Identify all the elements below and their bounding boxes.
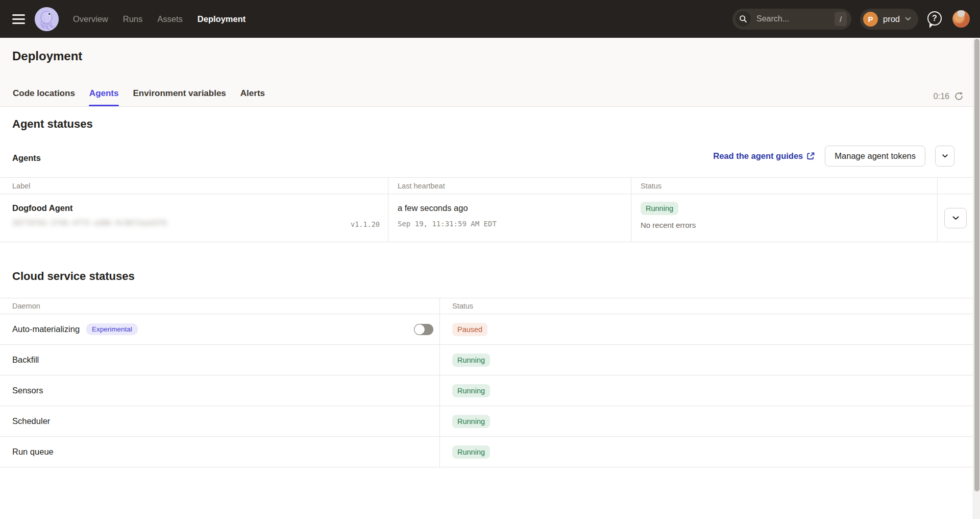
status-badge: Running bbox=[452, 445, 490, 459]
agent-statuses-heading: Agent statuses bbox=[12, 117, 93, 131]
column-header-label: Label bbox=[0, 178, 388, 194]
tab-bar: Code locations Agents Environment variab… bbox=[12, 88, 265, 106]
agent-tokens-menu-button[interactable] bbox=[935, 146, 954, 167]
agent-status-cell: Running No recent errors bbox=[631, 194, 937, 242]
nav-item-overview[interactable]: Overview bbox=[73, 14, 108, 24]
refresh-timer-area: 0:16 bbox=[934, 91, 964, 101]
daemon-cell: Backfill bbox=[0, 345, 439, 375]
agents-toolbar-actions: Read the agent guides Manage agent token… bbox=[713, 145, 954, 167]
tab-agents[interactable]: Agents bbox=[89, 88, 119, 106]
table-row: Dogfood Agent 36f787b5-2f4b-4f75-a38b-9c… bbox=[0, 194, 973, 242]
daemon-status-cell: Running bbox=[439, 437, 973, 467]
daemon-cell: Auto-materializing Experimental bbox=[0, 314, 439, 344]
daemon-cell: Run queue bbox=[0, 437, 439, 467]
table-row: Sensors Running bbox=[0, 375, 973, 406]
daemon-cell: Sensors bbox=[0, 375, 439, 406]
cloud-service-statuses-heading: Cloud service statuses bbox=[12, 270, 135, 283]
chevron-down-icon bbox=[905, 17, 911, 21]
heartbeat-relative-time: a few seconds ago bbox=[398, 203, 468, 213]
agents-table: Label Last heartbeat Status Dogfood Agen… bbox=[0, 177, 973, 242]
auto-materializing-toggle[interactable] bbox=[414, 324, 433, 335]
column-header-status: Status bbox=[631, 178, 937, 194]
agents-table-header: Label Last heartbeat Status bbox=[0, 177, 973, 194]
search-placeholder: Search... bbox=[756, 14, 835, 23]
scrollbar-thumb[interactable] bbox=[974, 39, 979, 491]
org-name: prod bbox=[883, 14, 900, 24]
status-badge: Running bbox=[452, 353, 490, 367]
search-icon bbox=[736, 11, 751, 27]
tab-alerts[interactable]: Alerts bbox=[240, 88, 265, 106]
deployment-switcher[interactable]: P prod bbox=[860, 9, 918, 30]
agent-row-expand-button[interactable] bbox=[944, 208, 967, 228]
daemon-cell: Scheduler bbox=[0, 406, 439, 436]
hamburger-menu-icon[interactable] bbox=[6, 7, 31, 31]
dagster-logo[interactable] bbox=[35, 7, 59, 31]
org-initial-badge: P bbox=[863, 12, 878, 27]
daemon-name: Backfill bbox=[12, 355, 39, 365]
status-note: No recent errors bbox=[641, 221, 696, 229]
daemon-name: Auto-materializing bbox=[12, 324, 80, 334]
experimental-badge: Experimental bbox=[86, 323, 138, 335]
topbar-right-cluster: Search... / P prod ? bbox=[732, 0, 970, 38]
status-badge: Running bbox=[452, 415, 490, 428]
scrollbar-track[interactable] bbox=[973, 38, 980, 519]
page-title: Deployment bbox=[12, 49, 82, 63]
agents-subheading: Agents bbox=[12, 153, 41, 163]
heartbeat-timestamp: Sep 19, 11:31:59 AM EDT bbox=[398, 220, 497, 228]
agent-guides-link[interactable]: Read the agent guides bbox=[713, 151, 815, 161]
page-header: Deployment Code locations Agents Environ… bbox=[0, 38, 980, 107]
refresh-icon[interactable] bbox=[954, 91, 964, 101]
agent-version: v1.1.20 bbox=[351, 220, 380, 228]
table-row: Run queue Running bbox=[0, 437, 973, 467]
column-header-last-heartbeat: Last heartbeat bbox=[388, 178, 631, 194]
cloud-services-table: Daemon Status Auto-materializing Experim… bbox=[0, 298, 973, 467]
external-link-icon bbox=[806, 152, 815, 160]
agent-id-redacted: 36f787b5-2f4b-4f75-a38b-9c96f2aa337b bbox=[12, 219, 176, 228]
daemon-status-cell: Running bbox=[439, 375, 973, 406]
daemon-status-cell: Running bbox=[439, 406, 973, 436]
agent-actions-cell bbox=[937, 194, 973, 242]
search-input[interactable]: Search... / bbox=[732, 9, 851, 30]
nav-item-assets[interactable]: Assets bbox=[157, 14, 183, 24]
refresh-timer: 0:16 bbox=[934, 92, 949, 101]
user-avatar[interactable] bbox=[952, 10, 970, 28]
tab-code-locations[interactable]: Code locations bbox=[12, 88, 76, 106]
daemon-status-cell: Running bbox=[439, 345, 973, 375]
agent-guides-link-label: Read the agent guides bbox=[713, 151, 803, 161]
daemon-name: Run queue bbox=[12, 447, 54, 457]
status-badge: Running bbox=[452, 384, 490, 397]
daemon-name: Sensors bbox=[12, 386, 43, 395]
dagster-deployment-page: Overview Runs Assets Deployment Search..… bbox=[0, 0, 980, 519]
daemon-status-cell: Paused bbox=[439, 314, 973, 344]
agent-heartbeat-cell: a few seconds ago Sep 19, 11:31:59 AM ED… bbox=[388, 194, 631, 242]
status-badge: Paused bbox=[452, 323, 487, 336]
table-row: Backfill Running bbox=[0, 345, 973, 375]
nav-item-runs[interactable]: Runs bbox=[123, 14, 143, 24]
column-header-actions bbox=[937, 178, 973, 194]
table-row: Scheduler Running bbox=[0, 406, 973, 437]
status-badge: Running bbox=[641, 202, 678, 215]
daemon-name: Scheduler bbox=[12, 416, 50, 426]
cloud-table-header: Daemon Status bbox=[0, 298, 973, 314]
agent-name: Dogfood Agent bbox=[12, 203, 73, 213]
manage-agent-tokens-button[interactable]: Manage agent tokens bbox=[825, 146, 925, 167]
nav-item-deployment[interactable]: Deployment bbox=[198, 14, 246, 24]
agent-label-cell: Dogfood Agent 36f787b5-2f4b-4f75-a38b-9c… bbox=[0, 194, 388, 242]
column-header-daemon: Daemon bbox=[0, 298, 439, 314]
table-row: Auto-materializing Experimental Paused bbox=[0, 314, 973, 345]
top-navigation-bar: Overview Runs Assets Deployment Search..… bbox=[0, 0, 980, 38]
primary-nav: Overview Runs Assets Deployment bbox=[73, 14, 246, 24]
search-shortcut-key: / bbox=[835, 12, 847, 26]
column-header-status: Status bbox=[439, 298, 973, 314]
help-icon[interactable]: ? bbox=[927, 10, 944, 28]
tab-environment-variables[interactable]: Environment variables bbox=[132, 88, 226, 106]
